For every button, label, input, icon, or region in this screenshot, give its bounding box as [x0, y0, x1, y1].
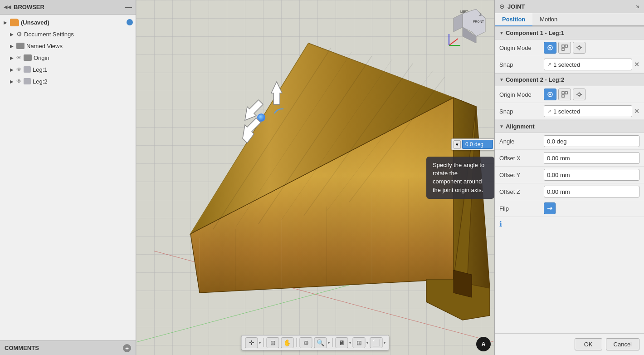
- tree-item-leg1[interactable]: ▶ 👁 Leg:1: [0, 64, 136, 75]
- joint-panel: ⊖ JOINT » Position Motion ▼ Component 1 …: [494, 0, 644, 355]
- main-viewport: ▾ ⋮ Specify the angle to rotate the comp…: [136, 0, 494, 355]
- svg-rect-36: [565, 45, 567, 47]
- origin-mode-btn-1-gear[interactable]: [573, 42, 585, 54]
- alignment-offset-z-input[interactable]: [544, 186, 639, 197]
- alignment-angle-row: Angle: [495, 133, 644, 150]
- joint-expand-icon[interactable]: »: [636, 3, 639, 10]
- wood-object-3d: [145, 7, 494, 334]
- inline-angle-widget: ▾ ⋮: [451, 138, 494, 150]
- navigation-cube[interactable]: Z LEFT FRONT: [447, 7, 488, 48]
- alignment-offset-x-row: Offset X: [495, 150, 644, 167]
- joint-minus-icon[interactable]: ⊖: [499, 3, 505, 10]
- tree-expand-named-views[interactable]: ▶: [9, 43, 15, 49]
- grid-toolbar-button[interactable]: ⊞: [353, 337, 366, 348]
- pan-toolbar-button[interactable]: ✋: [281, 337, 294, 348]
- tree-expand-leg1[interactable]: ▶: [9, 67, 15, 72]
- component2-snap-field[interactable]: ↗ 1 selected: [544, 105, 632, 117]
- svg-rect-35: [562, 45, 564, 47]
- alignment-offset-x-input[interactable]: [544, 152, 639, 164]
- component1-section-header[interactable]: ▼ Component 1 - Leg:1: [495, 26, 644, 39]
- browser-minimize-icon[interactable]: —: [125, 3, 132, 11]
- record-icon-unsaved[interactable]: [127, 19, 133, 25]
- component1-origin-mode-label: Origin Mode: [499, 44, 540, 51]
- alignment-offset-x-label: Offset X: [499, 155, 540, 162]
- browser-title: BROWSER: [14, 4, 44, 10]
- eye-leg1-icon[interactable]: 👁: [16, 66, 22, 73]
- comments-label: COMMENTS: [5, 345, 39, 351]
- display-dropdown-arrow[interactable]: ▾: [349, 341, 351, 345]
- snap-dropdown-arrow[interactable]: ▾: [259, 341, 261, 345]
- folder-named-views-icon: [16, 43, 24, 49]
- tree-expand-leg2[interactable]: ▶: [9, 79, 15, 84]
- angle-input[interactable]: [462, 140, 493, 149]
- zoom-toolbar-button[interactable]: 🔍: [314, 337, 327, 348]
- alignment-angle-input[interactable]: [544, 135, 639, 147]
- svg-marker-22: [245, 100, 263, 120]
- component1-expand-icon: ▼: [499, 30, 504, 35]
- alignment-title: Alignment: [506, 123, 535, 130]
- component1-snap-field[interactable]: ↗ 1 selected: [544, 59, 632, 70]
- svg-point-44: [578, 93, 581, 96]
- component2-expand-icon: ▼: [499, 77, 504, 82]
- tab-position[interactable]: Position: [495, 13, 532, 26]
- tree-item-document-settings[interactable]: ▶ ⚙ Document Settings: [0, 28, 136, 40]
- sketch-toolbar-button[interactable]: ⊞: [267, 337, 279, 348]
- zoom-dropdown-arrow[interactable]: ▾: [328, 341, 330, 345]
- cancel-button[interactable]: Cancel: [606, 338, 639, 350]
- svg-line-24: [449, 39, 458, 45]
- collapse-browser-icon[interactable]: ◀◀: [4, 4, 11, 10]
- joint-panel-title: JOINT: [507, 3, 525, 10]
- svg-rect-42: [565, 92, 567, 94]
- ok-button[interactable]: OK: [575, 338, 602, 350]
- autodesk-logo: A: [476, 337, 491, 351]
- alignment-section-header[interactable]: ▼ Alignment: [495, 120, 644, 133]
- svg-text:LEFT: LEFT: [460, 10, 468, 13]
- svg-marker-21: [271, 82, 282, 104]
- tree-item-leg2[interactable]: ▶ 👁 Leg:2: [0, 75, 136, 87]
- browser-panel: ◀◀ BROWSER — ▶ (Unsaved) ▶ ⚙ Document Se…: [0, 0, 136, 355]
- add-comment-button[interactable]: +: [123, 344, 131, 352]
- component2-snap-clear-button[interactable]: ✕: [634, 108, 639, 115]
- tree-label-leg2: Leg:2: [33, 78, 48, 85]
- fit-toolbar-button[interactable]: ⊕: [300, 337, 312, 348]
- svg-rect-43: [562, 95, 564, 97]
- alignment-flip-label: Flip: [499, 205, 540, 212]
- toolbar-separator-2: [297, 338, 297, 347]
- component1-snap-label: Snap: [499, 61, 540, 68]
- origin-mode-btn-1-circle[interactable]: [544, 42, 556, 54]
- origin-mode-btn-2-grid[interactable]: [558, 89, 571, 100]
- view-toolbar-button[interactable]: ⬜: [370, 337, 383, 348]
- eye-leg2-icon[interactable]: 👁: [16, 78, 22, 84]
- tab-motion[interactable]: Motion: [532, 13, 565, 26]
- tree-item-origin[interactable]: ▶ 👁 Origin: [0, 52, 136, 64]
- alignment-flip-button[interactable]: [544, 202, 556, 214]
- origin-mode-btn-2-circle[interactable]: [544, 89, 556, 100]
- gear-icon: ⚙: [16, 30, 22, 38]
- tree-item-unsaved[interactable]: ▶ (Unsaved): [0, 16, 136, 28]
- app-container: ◀◀ BROWSER — ▶ (Unsaved) ▶ ⚙ Document Se…: [0, 0, 644, 355]
- origin-mode-btn-2-gear[interactable]: [573, 89, 585, 100]
- tree-expand-doc-settings[interactable]: ▶: [9, 31, 15, 37]
- component2-section-header[interactable]: ▼ Component 2 - Leg:2: [495, 73, 644, 86]
- alignment-offset-y-input[interactable]: [544, 169, 639, 181]
- origin-mode-btn-1-grid[interactable]: [558, 42, 571, 54]
- tree-expand-unsaved[interactable]: ▶: [3, 20, 8, 25]
- body-leg1-icon: [24, 66, 31, 73]
- grid-dropdown-arrow[interactable]: ▾: [366, 341, 368, 345]
- tree-item-named-views[interactable]: ▶ Named Views: [0, 40, 136, 52]
- snap-toolbar-button[interactable]: ✛: [245, 337, 258, 348]
- component1-snap-clear-button[interactable]: ✕: [634, 61, 639, 68]
- eye-origin-icon[interactable]: 👁: [16, 54, 22, 61]
- comments-bar: COMMENTS +: [0, 340, 136, 355]
- tree-expand-origin[interactable]: ▶: [9, 55, 15, 60]
- svg-point-38: [578, 46, 581, 49]
- svg-marker-23: [243, 118, 261, 143]
- tree-label-leg1: Leg:1: [33, 66, 48, 73]
- view-dropdown-arrow[interactable]: ▾: [384, 341, 385, 345]
- inline-dropdown-button[interactable]: ▾: [454, 140, 461, 149]
- folder-origin-icon: [24, 54, 32, 61]
- alignment-offset-y-label: Offset Y: [499, 172, 540, 178]
- display-toolbar-button[interactable]: 🖥: [336, 337, 348, 348]
- component2-origin-mode-label: Origin Mode: [499, 91, 540, 98]
- tree-label-named-views: Named Views: [26, 43, 63, 49]
